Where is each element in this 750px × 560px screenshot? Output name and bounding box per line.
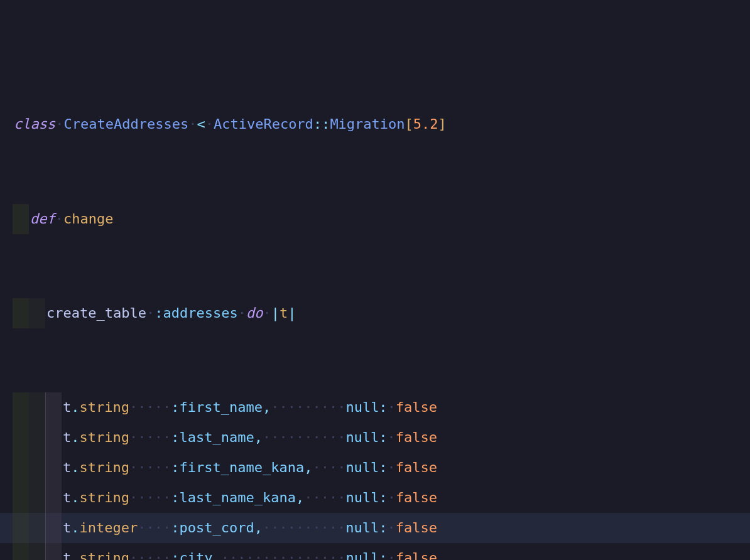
code-content[interactable]: t.string·····:last_name,··········null:·… <box>62 423 437 453</box>
whitespace: · <box>388 427 396 448</box>
whitespace: ·········· <box>263 517 345 539</box>
indent-guides <box>13 423 62 453</box>
variable: t <box>63 517 71 539</box>
code-content[interactable]: t.string·····:city,···············null:·… <box>62 543 437 560</box>
comma: , <box>263 397 271 418</box>
indent-guides <box>13 453 62 483</box>
code-content[interactable]: t.integer····:post_cord,··········null:·… <box>62 513 437 543</box>
comma: , <box>212 547 220 560</box>
code-content[interactable]: class·CreateAddresses·<·ActiveRecord::Mi… <box>13 109 447 139</box>
whitespace: · <box>388 517 396 539</box>
option-key: null: <box>345 457 387 478</box>
code-content[interactable]: t.string·····:last_name_kana,·····null:·… <box>62 483 437 513</box>
indent-guides <box>13 204 29 234</box>
dot-operator: . <box>71 547 79 560</box>
boolean: false <box>396 427 437 448</box>
column-type: string <box>80 547 129 560</box>
whitespace: · <box>388 457 396 478</box>
keyword-do: do <box>246 303 263 324</box>
dot-operator: . <box>71 487 79 509</box>
column-type: string <box>80 397 129 418</box>
code-content[interactable]: t.string·····:first_name_kana,····null:·… <box>62 453 437 483</box>
code-line[interactable]: class·CreateAddresses·<·ActiveRecord::Mi… <box>0 109 750 139</box>
column-name: :last_name_kana <box>171 487 296 509</box>
column-name: :first_name_kana <box>171 457 304 478</box>
keyword-def: def <box>30 208 55 230</box>
comma: , <box>296 487 304 509</box>
bracket-open: [ <box>405 114 413 135</box>
module-name: Migration <box>330 114 405 135</box>
method-name: change <box>63 208 113 230</box>
bracket-close: ] <box>438 114 447 135</box>
whitespace: ·········· <box>263 427 345 448</box>
code-content[interactable]: create_table·:addresses·do·|t| <box>45 298 296 328</box>
version-number: 5.2 <box>413 114 438 135</box>
boolean: false <box>396 397 437 418</box>
indent-guides <box>13 483 62 513</box>
whitespace: · <box>146 303 155 324</box>
indent-guides <box>13 392 62 423</box>
pipe: | <box>288 303 296 324</box>
block-param: t <box>280 303 288 324</box>
whitespace: · <box>388 487 396 509</box>
column-type: string <box>80 457 129 478</box>
column-type: string <box>80 427 129 448</box>
boolean: false <box>396 517 437 539</box>
code-content[interactable]: def·change <box>29 204 113 234</box>
whitespace: ····· <box>129 397 171 418</box>
boolean: false <box>396 457 437 478</box>
module-name: ActiveRecord <box>214 114 313 135</box>
option-key: null: <box>345 487 387 509</box>
whitespace: ····· <box>304 487 345 509</box>
indent-guides <box>13 543 62 560</box>
option-key: null: <box>345 547 387 560</box>
dot-operator: . <box>71 427 79 448</box>
dot-operator: . <box>71 517 79 539</box>
column-name: :last_name <box>171 427 254 448</box>
dot-operator: . <box>71 457 79 478</box>
whitespace: · <box>55 208 63 230</box>
code-content[interactable]: t.string·····:first_name,·········null:·… <box>62 392 437 423</box>
indent-guides <box>13 298 45 328</box>
column-type: integer <box>80 517 138 539</box>
whitespace: ··············· <box>221 547 346 560</box>
option-key: null: <box>345 517 387 539</box>
whitespace: · <box>205 114 214 135</box>
whitespace: · <box>55 114 63 135</box>
code-line[interactable]: t.integer····:post_cord,··········null:·… <box>0 513 750 543</box>
code-line[interactable]: t.string·····:last_name,··········null:·… <box>0 423 750 453</box>
whitespace: · <box>188 114 197 135</box>
comma: , <box>254 427 263 448</box>
whitespace: · <box>388 547 396 560</box>
whitespace: · <box>388 397 396 418</box>
column-name: :first_name <box>171 397 263 418</box>
symbol: :addresses <box>155 303 237 324</box>
class-name: CreateAddresses <box>63 114 188 135</box>
whitespace: · <box>238 303 246 324</box>
code-line[interactable]: create_table·:addresses·do·|t| <box>0 298 750 328</box>
variable: t <box>63 547 71 560</box>
comma: , <box>304 457 312 478</box>
code-line[interactable]: def·change <box>0 204 750 234</box>
boolean: false <box>396 547 437 560</box>
code-line[interactable]: t.string·····:city,···············null:·… <box>0 543 750 560</box>
keyword-class: class <box>14 114 55 135</box>
code-line[interactable]: t.string·····:first_name,·········null:·… <box>0 392 750 423</box>
comma: , <box>254 517 263 539</box>
whitespace: ····· <box>129 457 171 478</box>
option-key: null: <box>345 397 387 418</box>
whitespace: ····· <box>129 427 171 448</box>
option-key: null: <box>345 427 387 448</box>
pipe: | <box>271 303 280 324</box>
operator-lt: < <box>197 114 205 135</box>
variable: t <box>63 487 71 509</box>
code-line[interactable]: t.string·····:last_name_kana,·····null:·… <box>0 483 750 513</box>
column-name: :post_cord <box>171 517 254 539</box>
code-line[interactable]: t.string·····:first_name_kana,····null:·… <box>0 453 750 483</box>
whitespace: ···· <box>312 457 345 478</box>
whitespace: ····· <box>129 487 171 509</box>
variable: t <box>63 457 71 478</box>
column-name: :city <box>171 547 212 560</box>
variable: t <box>63 427 71 448</box>
whitespace: ····· <box>129 547 171 560</box>
